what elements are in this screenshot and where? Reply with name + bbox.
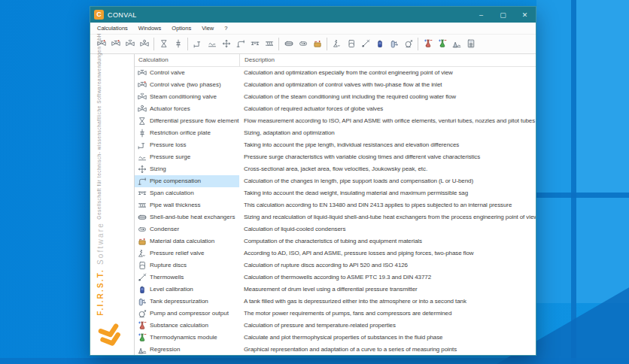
calculation-cell[interactable]: Thermodynamics module <box>135 332 239 344</box>
calculation-cell[interactable]: Material data calculation <box>135 235 239 247</box>
table-row[interactable]: Thermodynamics moduleCalculate and plot … <box>135 332 536 344</box>
calculation-label: Pressure loss <box>150 139 186 151</box>
table-row[interactable]: Tank depressurizationA tank filled with … <box>135 296 536 308</box>
menu-view[interactable]: View <box>196 23 219 34</box>
hx-icon <box>284 38 293 51</box>
description-cell: A tank filled with gas is depressurized … <box>239 296 536 308</box>
table-row[interactable]: Differential pressure flow elementFlow m… <box>135 115 536 127</box>
table-row[interactable]: Rupture discsCalculation of rupture disc… <box>135 259 536 271</box>
menu-options[interactable]: Options <box>166 23 196 34</box>
actuator-forces-button[interactable] <box>137 36 151 52</box>
calculation-cell[interactable]: Pressure loss <box>135 139 239 151</box>
table-row[interactable]: RegressionGraphical representation and a… <box>135 344 536 355</box>
differential-pressure-flow-element-button[interactable] <box>156 36 171 52</box>
table-row[interactable]: Span calculationTaking into account the … <box>135 187 536 199</box>
regression-button[interactable] <box>449 36 463 52</box>
calculation-cell[interactable]: Span calculation <box>135 187 239 199</box>
calculation-cell[interactable]: Substance calculation <box>135 320 239 332</box>
level-calibration-button[interactable] <box>372 36 387 52</box>
calculator-button[interactable] <box>463 36 478 52</box>
calculation-cell[interactable]: Differential pressure flow element <box>135 115 239 127</box>
valve-steam-icon <box>126 38 135 51</box>
material-icon <box>313 38 322 51</box>
table-row[interactable]: Pipe compensationCalculation of the chan… <box>135 175 536 187</box>
calculation-cell[interactable]: Level calibration <box>135 284 239 296</box>
description-cell: Calculation of liquid-cooled condensers <box>239 223 536 235</box>
substance-calculation-button[interactable] <box>421 36 435 52</box>
calculation-cell[interactable]: Control valve (two phases) <box>135 79 239 91</box>
pressure-surge-button[interactable] <box>205 36 219 52</box>
table-row[interactable]: Material data calculationComputation of … <box>135 235 536 247</box>
restriction-orifice-plate-button[interactable] <box>171 36 185 52</box>
calculation-cell[interactable]: Rupture discs <box>135 259 239 271</box>
sizing-button[interactable] <box>219 36 233 52</box>
table-row[interactable]: Control valveCalculation and optimizatio… <box>135 67 536 79</box>
calculation-label: Level calibration <box>150 284 193 296</box>
wall-icon <box>265 38 274 51</box>
table-row[interactable]: Steam conditioning valveCalculation of t… <box>135 91 536 103</box>
thermowells-button[interactable] <box>358 36 372 52</box>
table-row[interactable]: Actuator forcesCalculation of required a… <box>135 103 536 115</box>
calculation-cell[interactable]: Pipe wall thickness <box>135 199 239 211</box>
menu-windows[interactable]: Windows <box>133 23 166 34</box>
menu-[interactable]: ? <box>219 23 232 34</box>
column-header-calculation[interactable]: Calculation <box>135 54 239 66</box>
pressure-relief-valve-button[interactable] <box>330 36 344 52</box>
calculation-label: Pipe compensation <box>150 175 201 187</box>
calculation-cell[interactable]: Pressure surge <box>135 151 239 163</box>
description-cell: According to AD, ISO, API and ASME, pres… <box>239 247 536 259</box>
brand-text: F.I.R.S.T. Software Gesellschaft für tec… <box>96 33 105 316</box>
table-row[interactable]: Pump and compressor outputThe motor powe… <box>135 308 536 320</box>
minimize-button[interactable]: – <box>470 7 492 23</box>
pump-and-compressor-output-button[interactable] <box>401 36 415 52</box>
calculation-cell[interactable]: Sizing <box>135 163 239 175</box>
table-row[interactable]: Restriction orifice plateSizing, adaptat… <box>135 127 536 139</box>
thermodynamics-module-button[interactable] <box>435 36 449 52</box>
calculation-label: Pressure surge <box>150 151 190 163</box>
calculation-cell[interactable]: Restriction orifice plate <box>135 127 239 139</box>
calculation-cell[interactable]: Shell-and-tube heat exchangers <box>135 211 239 223</box>
table-row[interactable]: ThermowellsCalculation of thermowells ac… <box>135 271 536 284</box>
calculation-cell[interactable]: Thermowells <box>135 271 239 284</box>
table-row[interactable]: Pressure surgePressure surge characteris… <box>135 151 536 163</box>
calculation-cell[interactable]: Pressure relief valve <box>135 247 239 259</box>
calculation-cell[interactable]: Pipe compensation <box>135 175 239 187</box>
maximize-button[interactable]: ▢ <box>492 7 514 23</box>
calculation-cell[interactable]: Condenser <box>135 223 239 235</box>
pressure-loss-button[interactable] <box>190 36 205 52</box>
table-row[interactable]: Control valve (two phases)Calculation an… <box>135 79 536 91</box>
material-data-calculation-button[interactable] <box>310 36 324 52</box>
thermowell-icon <box>138 273 147 282</box>
description-cell: Measurement of drum level using a differ… <box>239 284 536 296</box>
rupture-discs-button[interactable] <box>344 36 358 52</box>
condenser-icon <box>299 38 308 51</box>
table-row[interactable]: Shell-and-tube heat exchangersSizing and… <box>135 211 536 223</box>
table-row[interactable]: Pressure relief valveAccording to AD, IS… <box>135 247 536 259</box>
table-row[interactable]: SizingCross-sectional area, jacket area,… <box>135 163 536 175</box>
description-cell: Calculation of required actuator forces … <box>239 103 536 115</box>
table-row[interactable]: Pipe wall thicknessThis calculation acco… <box>135 199 536 211</box>
calculation-cell[interactable]: Steam conditioning valve <box>135 91 239 103</box>
close-button[interactable]: ✕ <box>514 7 536 23</box>
control-valve-two-phases-button[interactable] <box>108 36 123 52</box>
table-row[interactable]: Level calibrationMeasurement of drum lev… <box>135 284 536 296</box>
table-row[interactable]: Substance calculationCalculation of pres… <box>135 320 536 332</box>
calculation-cell[interactable]: Actuator forces <box>135 103 239 115</box>
calculation-cell[interactable]: Tank depressurization <box>135 296 239 308</box>
titlebar[interactable]: C CONVAL – ▢ ✕ <box>90 7 536 23</box>
span-calculation-button[interactable] <box>248 36 262 52</box>
pipe-compensation-button[interactable] <box>233 36 248 52</box>
relief-icon <box>333 38 342 51</box>
table-row[interactable]: Pressure lossTaking into account the pip… <box>135 139 536 151</box>
calculation-cell[interactable]: Regression <box>135 344 239 355</box>
calculation-cell[interactable]: Pump and compressor output <box>135 308 239 320</box>
calculation-cell[interactable]: Control valve <box>135 67 239 79</box>
pipe-wall-thickness-button[interactable] <box>262 36 276 52</box>
shell-and-tube-heat-exchangers-button[interactable] <box>281 36 296 52</box>
condenser-button[interactable] <box>296 36 310 52</box>
column-header-description[interactable]: Description <box>239 54 536 66</box>
steam-conditioning-valve-button[interactable] <box>123 36 137 52</box>
table-row[interactable]: CondenserCalculation of liquid-cooled co… <box>135 223 536 235</box>
tank-depressurization-button[interactable] <box>387 36 401 52</box>
calculation-label: Pipe wall thickness <box>150 199 201 211</box>
